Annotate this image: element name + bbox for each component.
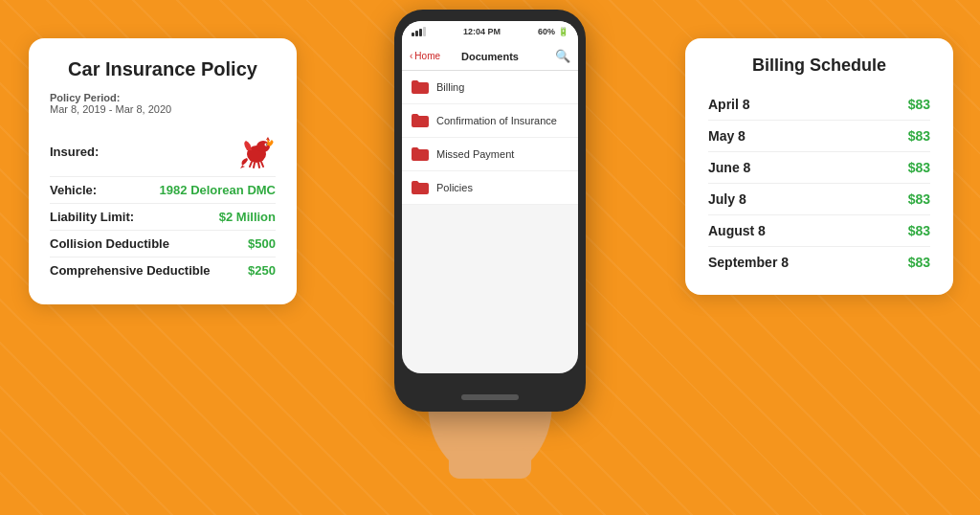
policy-period-label: Policy Period: <box>50 92 276 103</box>
policy-row-insured: Insured: <box>50 126 276 177</box>
collision-label: Collision Deductible <box>50 236 169 251</box>
folder-icon-policies <box>412 181 429 194</box>
billing-title: Billing Schedule <box>708 56 930 76</box>
billing-row-june: June 8 $83 <box>708 152 930 184</box>
signal-bar-2 <box>415 31 418 36</box>
svg-marker-5 <box>240 166 245 168</box>
policy-card: Car Insurance Policy Policy Period: Mar … <box>29 38 297 304</box>
vehicle-value: 1982 Delorean DMC <box>160 183 276 197</box>
document-list: Billing Confirmation of Insurance <box>402 71 578 205</box>
policy-title: Car Insurance Policy <box>50 57 276 80</box>
nav-back-label: Home <box>414 51 440 61</box>
policy-row-vehicle: Vehicle: 1982 Delorean DMC <box>50 177 276 204</box>
svg-rect-12 <box>449 448 531 479</box>
phone-home-bar <box>461 394 519 400</box>
liability-value: $2 Million <box>219 210 276 224</box>
billing-amount-april: $83 <box>908 97 930 112</box>
signal-bar-1 <box>412 33 414 36</box>
billing-date-may: May 8 <box>708 128 746 144</box>
doc-item-missed-label: Missed Payment <box>436 148 514 160</box>
comprehensive-label: Comprehensive Deductible <box>50 263 211 278</box>
billing-date-april: April 8 <box>708 97 750 112</box>
doc-item-policies[interactable]: Policies <box>402 171 578 205</box>
vehicle-label: Vehicle: <box>50 183 97 197</box>
phone-container: 12:04 PM 60% 🔋 ‹ Home Documents 🔍 <box>380 10 600 450</box>
dragon-icon <box>237 132 276 170</box>
phone-body: 12:04 PM 60% 🔋 ‹ Home Documents 🔍 <box>394 10 586 412</box>
policy-row-collision: Collision Deductible $500 <box>50 231 276 258</box>
signal-bars <box>412 27 426 36</box>
nav-title: Documents <box>461 51 519 62</box>
battery-area: 60% 🔋 <box>538 27 568 36</box>
phone-nav-bar: ‹ Home Documents 🔍 <box>402 42 578 71</box>
back-chevron: ‹ <box>410 51 412 61</box>
billing-date-august: August 8 <box>708 223 766 238</box>
billing-row-august: August 8 $83 <box>708 215 930 247</box>
policy-period-block: Policy Period: Mar 8, 2019 - Mar 8, 2020 <box>50 92 276 115</box>
doc-item-policies-label: Policies <box>436 182 473 193</box>
policy-row-comprehensive: Comprehensive Deductible $250 <box>50 258 276 283</box>
battery-percent: 60% <box>538 27 555 36</box>
billing-card: Billing Schedule April 8 $83 May 8 $83 J… <box>685 38 953 295</box>
billing-amount-september: $83 <box>908 255 930 270</box>
policy-row-liability: Liability Limit: $2 Million <box>50 204 276 231</box>
billing-row-april: April 8 $83 <box>708 89 930 121</box>
nav-search-icon[interactable]: 🔍 <box>555 49 570 63</box>
doc-item-confirmation[interactable]: Confirmation of Insurance <box>402 104 578 138</box>
folder-icon-confirmation <box>412 114 429 127</box>
policy-period-value: Mar 8, 2019 - Mar 8, 2020 <box>50 103 276 115</box>
phone-screen: 12:04 PM 60% 🔋 ‹ Home Documents 🔍 <box>402 21 578 373</box>
billing-date-june: June 8 <box>708 160 750 175</box>
insured-label: Insured: <box>50 145 99 159</box>
billing-date-july: July 8 <box>708 191 746 207</box>
collision-value: $500 <box>248 236 276 251</box>
billing-row-may: May 8 $83 <box>708 121 930 152</box>
folder-icon-billing <box>412 80 429 94</box>
comprehensive-value: $250 <box>248 263 276 278</box>
billing-row-september: September 8 $83 <box>708 247 930 278</box>
doc-item-billing[interactable]: Billing <box>402 71 578 104</box>
doc-item-confirmation-label: Confirmation of Insurance <box>436 115 557 126</box>
billing-amount-august: $83 <box>908 223 930 238</box>
battery-icon: 🔋 <box>558 27 568 36</box>
folder-icon-missed <box>412 147 429 161</box>
billing-amount-june: $83 <box>908 160 930 175</box>
signal-bar-3 <box>419 29 422 36</box>
status-bar: 12:04 PM 60% 🔋 <box>402 21 578 42</box>
doc-item-billing-label: Billing <box>436 81 464 93</box>
billing-row-july: July 8 $83 <box>708 184 930 215</box>
nav-back-button[interactable]: ‹ Home <box>410 51 440 61</box>
status-time: 12:04 PM <box>463 27 501 36</box>
doc-item-missed[interactable]: Missed Payment <box>402 138 578 171</box>
billing-date-september: September 8 <box>708 255 789 270</box>
billing-amount-may: $83 <box>908 128 930 144</box>
billing-amount-july: $83 <box>908 191 930 207</box>
signal-bar-4 <box>423 27 426 36</box>
liability-label: Liability Limit: <box>50 210 134 224</box>
svg-point-3 <box>266 144 267 145</box>
